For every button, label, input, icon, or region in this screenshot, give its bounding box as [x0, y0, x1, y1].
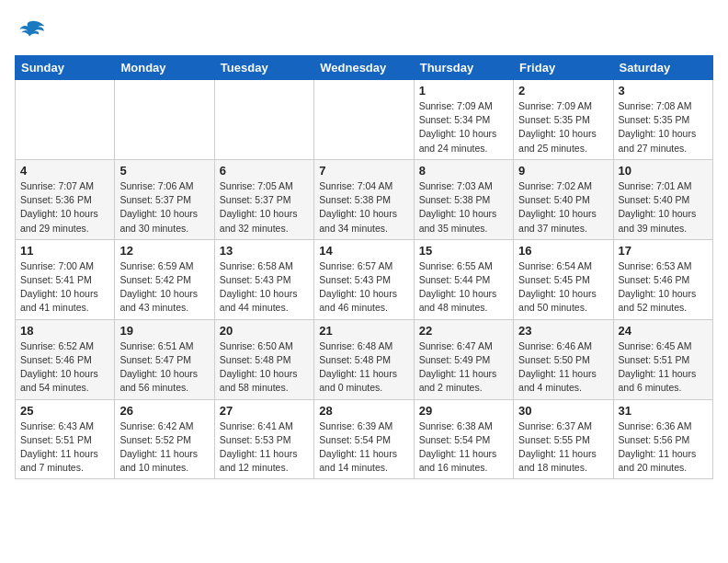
day-info: Sunrise: 6:46 AM Sunset: 5:50 PM Dayligh…	[518, 339, 608, 396]
day-info: Sunrise: 6:52 AM Sunset: 5:46 PM Dayligh…	[20, 339, 109, 396]
calendar-cell: 4Sunrise: 7:07 AM Sunset: 5:36 PM Daylig…	[16, 159, 115, 239]
calendar-cell: 15Sunrise: 6:55 AM Sunset: 5:44 PM Dayli…	[414, 239, 513, 319]
day-number: 25	[20, 404, 109, 418]
day-info: Sunrise: 7:03 AM Sunset: 5:38 PM Dayligh…	[419, 179, 508, 236]
day-info: Sunrise: 7:04 AM Sunset: 5:38 PM Dayligh…	[319, 179, 408, 236]
day-info: Sunrise: 6:43 AM Sunset: 5:51 PM Dayligh…	[20, 419, 109, 476]
calendar-cell: 5Sunrise: 7:06 AM Sunset: 5:37 PM Daylig…	[115, 159, 214, 239]
day-number: 10	[619, 164, 708, 178]
day-info: Sunrise: 6:59 AM Sunset: 5:42 PM Dayligh…	[119, 259, 209, 316]
logo	[15, 15, 51, 48]
day-info: Sunrise: 6:57 AM Sunset: 5:43 PM Dayligh…	[319, 259, 408, 316]
calendar-cell: 13Sunrise: 6:58 AM Sunset: 5:43 PM Dayli…	[214, 239, 313, 319]
day-info: Sunrise: 7:00 AM Sunset: 5:41 PM Dayligh…	[20, 259, 109, 316]
calendar-cell: 14Sunrise: 6:57 AM Sunset: 5:43 PM Dayli…	[314, 239, 414, 319]
calendar-week-row: 18Sunrise: 6:52 AM Sunset: 5:46 PM Dayli…	[16, 319, 713, 399]
day-info: Sunrise: 7:02 AM Sunset: 5:40 PM Dayligh…	[518, 179, 608, 236]
day-info: Sunrise: 7:06 AM Sunset: 5:37 PM Dayligh…	[119, 179, 209, 236]
calendar-cell: 29Sunrise: 6:38 AM Sunset: 5:54 PM Dayli…	[414, 399, 513, 479]
day-number: 17	[619, 244, 708, 258]
day-number: 22	[419, 324, 508, 338]
day-number: 9	[518, 164, 608, 178]
calendar-cell: 11Sunrise: 7:00 AM Sunset: 5:41 PM Dayli…	[16, 239, 115, 319]
calendar-cell: 22Sunrise: 6:47 AM Sunset: 5:49 PM Dayli…	[414, 319, 513, 399]
day-info: Sunrise: 6:55 AM Sunset: 5:44 PM Dayligh…	[419, 259, 508, 316]
day-number: 12	[119, 244, 209, 258]
day-number: 13	[220, 244, 309, 258]
calendar-week-row: 1Sunrise: 7:09 AM Sunset: 5:34 PM Daylig…	[16, 80, 713, 160]
calendar-week-row: 11Sunrise: 7:00 AM Sunset: 5:41 PM Dayli…	[16, 239, 713, 319]
day-number: 31	[619, 404, 708, 418]
day-info: Sunrise: 7:07 AM Sunset: 5:36 PM Dayligh…	[20, 179, 109, 236]
calendar-cell: 10Sunrise: 7:01 AM Sunset: 5:40 PM Dayli…	[613, 159, 712, 239]
day-info: Sunrise: 7:01 AM Sunset: 5:40 PM Dayligh…	[619, 179, 708, 236]
day-number: 3	[619, 84, 708, 98]
day-number: 28	[319, 404, 408, 418]
calendar-week-row: 4Sunrise: 7:07 AM Sunset: 5:36 PM Daylig…	[16, 159, 713, 239]
weekday-header-thursday: Thursday	[414, 56, 513, 80]
day-info: Sunrise: 7:09 AM Sunset: 5:34 PM Dayligh…	[419, 99, 508, 155]
day-number: 14	[319, 244, 408, 258]
weekday-header-wednesday: Wednesday	[314, 56, 414, 80]
day-info: Sunrise: 6:47 AM Sunset: 5:49 PM Dayligh…	[419, 339, 508, 396]
day-number: 21	[319, 324, 408, 338]
calendar-cell: 30Sunrise: 6:37 AM Sunset: 5:55 PM Dayli…	[514, 399, 613, 479]
weekday-header-monday: Monday	[115, 56, 214, 80]
calendar-cell: 20Sunrise: 6:50 AM Sunset: 5:48 PM Dayli…	[214, 319, 313, 399]
weekday-header-tuesday: Tuesday	[214, 56, 313, 80]
day-number: 24	[619, 324, 708, 338]
day-info: Sunrise: 6:38 AM Sunset: 5:54 PM Dayligh…	[419, 419, 508, 476]
calendar-cell	[214, 80, 313, 160]
calendar-week-row: 25Sunrise: 6:43 AM Sunset: 5:51 PM Dayli…	[16, 399, 713, 479]
calendar-cell: 23Sunrise: 6:46 AM Sunset: 5:50 PM Dayli…	[514, 319, 613, 399]
day-number: 2	[518, 84, 608, 98]
calendar-cell	[16, 80, 115, 160]
calendar-cell: 8Sunrise: 7:03 AM Sunset: 5:38 PM Daylig…	[414, 159, 513, 239]
day-info: Sunrise: 6:36 AM Sunset: 5:56 PM Dayligh…	[619, 419, 708, 476]
calendar-cell	[314, 80, 414, 160]
weekday-header-sunday: Sunday	[16, 56, 115, 80]
day-info: Sunrise: 6:53 AM Sunset: 5:46 PM Dayligh…	[619, 259, 708, 316]
weekday-header-saturday: Saturday	[613, 56, 712, 80]
calendar-cell: 16Sunrise: 6:54 AM Sunset: 5:45 PM Dayli…	[514, 239, 613, 319]
calendar-cell: 25Sunrise: 6:43 AM Sunset: 5:51 PM Dayli…	[16, 399, 115, 479]
day-number: 4	[20, 164, 109, 178]
day-number: 5	[119, 164, 209, 178]
logo-bird-icon	[15, 15, 48, 48]
calendar-cell: 17Sunrise: 6:53 AM Sunset: 5:46 PM Dayli…	[613, 239, 712, 319]
day-info: Sunrise: 6:50 AM Sunset: 5:48 PM Dayligh…	[220, 339, 309, 396]
calendar-cell: 31Sunrise: 6:36 AM Sunset: 5:56 PM Dayli…	[613, 399, 712, 479]
day-number: 23	[518, 324, 608, 338]
day-number: 26	[119, 404, 209, 418]
calendar-cell: 1Sunrise: 7:09 AM Sunset: 5:34 PM Daylig…	[414, 80, 513, 160]
calendar-cell: 24Sunrise: 6:45 AM Sunset: 5:51 PM Dayli…	[613, 319, 712, 399]
calendar-cell: 7Sunrise: 7:04 AM Sunset: 5:38 PM Daylig…	[314, 159, 414, 239]
calendar-table: SundayMondayTuesdayWednesdayThursdayFrid…	[15, 55, 713, 479]
day-number: 29	[419, 404, 508, 418]
calendar-cell: 27Sunrise: 6:41 AM Sunset: 5:53 PM Dayli…	[214, 399, 313, 479]
day-number: 19	[119, 324, 209, 338]
page-header	[15, 15, 713, 48]
day-info: Sunrise: 6:51 AM Sunset: 5:47 PM Dayligh…	[119, 339, 209, 396]
day-number: 30	[518, 404, 608, 418]
day-number: 6	[220, 164, 309, 178]
day-number: 20	[220, 324, 309, 338]
calendar-cell: 21Sunrise: 6:48 AM Sunset: 5:48 PM Dayli…	[314, 319, 414, 399]
day-info: Sunrise: 7:08 AM Sunset: 5:35 PM Dayligh…	[619, 99, 708, 155]
day-info: Sunrise: 6:42 AM Sunset: 5:52 PM Dayligh…	[119, 419, 209, 476]
calendar-cell: 26Sunrise: 6:42 AM Sunset: 5:52 PM Dayli…	[115, 399, 214, 479]
calendar-cell: 28Sunrise: 6:39 AM Sunset: 5:54 PM Dayli…	[314, 399, 414, 479]
day-number: 15	[419, 244, 508, 258]
calendar-cell: 9Sunrise: 7:02 AM Sunset: 5:40 PM Daylig…	[514, 159, 613, 239]
day-info: Sunrise: 7:05 AM Sunset: 5:37 PM Dayligh…	[220, 179, 309, 236]
calendar-cell: 18Sunrise: 6:52 AM Sunset: 5:46 PM Dayli…	[16, 319, 115, 399]
day-info: Sunrise: 6:45 AM Sunset: 5:51 PM Dayligh…	[619, 339, 708, 396]
calendar-cell: 2Sunrise: 7:09 AM Sunset: 5:35 PM Daylig…	[514, 80, 613, 160]
day-number: 11	[20, 244, 109, 258]
day-number: 18	[20, 324, 109, 338]
day-info: Sunrise: 7:09 AM Sunset: 5:35 PM Dayligh…	[518, 99, 608, 155]
calendar-cell: 19Sunrise: 6:51 AM Sunset: 5:47 PM Dayli…	[115, 319, 214, 399]
day-number: 1	[419, 84, 508, 98]
day-info: Sunrise: 6:37 AM Sunset: 5:55 PM Dayligh…	[518, 419, 608, 476]
day-info: Sunrise: 6:39 AM Sunset: 5:54 PM Dayligh…	[319, 419, 408, 476]
